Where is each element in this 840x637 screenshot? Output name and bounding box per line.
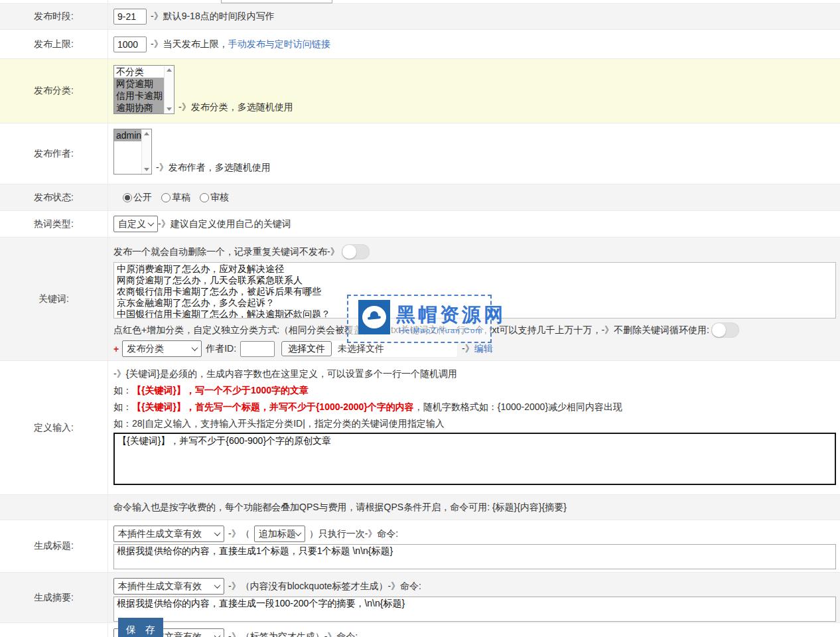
add-category-button[interactable]: + — [113, 344, 119, 354]
example-prefix: 如： — [113, 385, 132, 397]
watermark-title: 黑帽资源网 — [396, 302, 506, 328]
category-option[interactable]: 逾期协商 — [114, 102, 164, 113]
listbox-scrollbar[interactable] — [164, 66, 173, 113]
scroll-down-icon[interactable] — [144, 168, 149, 171]
watermark-subtitle: HeiMaoZiYuan.Com — [399, 326, 483, 334]
publish-limit-hint: -》当天发布上限， — [151, 38, 228, 50]
example2-text: 【{关键词}】，首先写一个标题，并写不少于{1000-2000}个字的内容 — [132, 401, 414, 413]
row-define-input: 定义输入: -》{关键词}是必须的，生成内容字数也在这里定义，可以设置多个一行一… — [0, 360, 840, 494]
radio-review[interactable]: 审核 — [200, 192, 229, 204]
row-generate-title: 生成标题: 本插件生成文章有效 -》（ 追加标题 ）只执行一次-》命令: 根据我… — [0, 520, 840, 572]
publish-limit-label: 发布上限: — [0, 30, 108, 58]
title-mid2-text: ）只执行一次-》命令: — [309, 528, 399, 540]
example-prefix: 如： — [113, 418, 132, 430]
category-option[interactable]: 信用卡逾期 — [114, 90, 164, 102]
row-publish-time: 发布时段: -》默认9-18点的时间段内写作 — [0, 3, 840, 29]
author-option[interactable]: admin — [114, 129, 141, 141]
example-prefix: 如： — [113, 401, 132, 413]
example3-text: 28|自定义输入，支持输入开头指定分类ID|，指定分类的关键词使用指定输入 — [132, 418, 445, 430]
publish-status-label: 发布状态: — [0, 184, 108, 210]
auto-delete-text: 发布一个就会自动删除一个，记录重复关键词不发布-》 — [113, 246, 340, 258]
choose-file-button[interactable]: 选择文件 — [281, 341, 332, 356]
title-append-select[interactable]: 追加标题 — [254, 526, 305, 542]
heimao-logo-icon — [358, 300, 390, 334]
publish-author-label: 发布作者: — [0, 123, 108, 184]
watermark-overlay: 黑帽资源网 HeiMaoZiYuan.Com — [347, 295, 492, 343]
publish-status-radio-group: 公开 草稿 审核 — [123, 192, 229, 204]
generate-summary-textarea[interactable]: 根据我提供给你的内容，直接生成一段100-200个字的摘要，\n\n{标题} — [113, 597, 836, 622]
chevron-down-icon — [295, 530, 301, 536]
manual-publish-link[interactable]: 手动发布与定时访问链接 — [228, 38, 330, 50]
title-mode-select[interactable]: 本插件生成文章有效 — [113, 526, 224, 542]
generate-title-textarea[interactable]: 根据我提供给你的内容，直接生成1个标题，只要1个标题 \n\n{标题} — [113, 544, 836, 569]
publish-time-label: 发布时段: — [0, 4, 108, 29]
summary-mode-value: 本插件生成文章有效 — [118, 581, 202, 593]
radio-draft[interactable]: 草稿 — [161, 192, 190, 204]
publish-limit-input[interactable] — [113, 36, 147, 52]
generate-title-label: 生成标题: — [0, 520, 108, 572]
title-mode-value: 本插件生成文章有效 — [118, 528, 202, 540]
category-option[interactable]: 网贷逾期 — [114, 78, 164, 90]
publish-time-hint: -》默认9-18点的时间段内写作 — [151, 11, 275, 23]
radio-public-label: 公开 — [133, 192, 152, 204]
chevron-down-icon — [148, 220, 155, 226]
hat-icon — [368, 311, 381, 320]
keyword-category-select[interactable]: 发布分类 — [122, 340, 202, 357]
title-append-value: 追加标题 — [259, 528, 296, 540]
chevron-down-icon — [214, 582, 221, 589]
row-publish-category: 发布分类: 不分类 网贷逾期 信用卡逾期 逾期协商 -》发布分类，多选随机使用 — [0, 58, 840, 123]
author-id-input[interactable] — [240, 341, 275, 357]
example1-text: 【{关键词}】，写一个不少于1000字的文章 — [132, 385, 309, 397]
category-listbox[interactable]: 不分类 网贷逾期 信用卡逾期 逾期协商 — [113, 65, 175, 114]
file-status-text: 未选择文件 — [338, 343, 384, 355]
define-input-label: 定义输入: — [0, 361, 108, 494]
row-hotword-type: 热词类型: 自定义 -》建议自定义使用自己的关键词 — [0, 210, 840, 237]
row-billing-note: 命令输入也是按字收费的，每个功能都会叠加QPS与费用，请根据QPS条件开启，命令… — [0, 494, 840, 520]
example2-tail: ，随机字数格式如：{1000-2000}减少相同内容出现 — [414, 401, 622, 413]
summary-mid-text: -》（内容没有blockquote标签才生成）-》命令: — [228, 581, 421, 593]
publish-category-label: 发布分类: — [0, 59, 108, 123]
cutoff-row-top — [0, 0, 840, 3]
auto-delete-toggle[interactable] — [342, 244, 370, 259]
billing-note-text: 命令输入也是按字收费的，每个功能都会叠加QPS与费用，请根据QPS条件开启，命令… — [113, 502, 567, 514]
publish-category-hint: -》发布分类，多选随机使用 — [178, 102, 293, 113]
row-publish-status: 发布状态: 公开 草稿 审核 — [0, 184, 840, 210]
save-button[interactable]: 保 存 — [118, 618, 163, 637]
keywords-label: 关键词: — [0, 238, 108, 360]
hotword-type-hint: -》建议自定义使用自己的关键词 — [158, 218, 291, 230]
radio-unchecked-icon[interactable] — [200, 193, 209, 202]
row-publish-limit: 发布上限: -》当天发布上限， 手动发布与定时访问链接 — [0, 29, 840, 58]
edit-arrow-text: -》 — [462, 343, 474, 355]
author-listbox[interactable]: admin — [113, 129, 152, 175]
scroll-up-icon[interactable] — [167, 68, 172, 72]
plugin-settings-page: 发布时段: -》默认9-18点的时间段内写作 发布上限: -》当天发布上限， 手… — [0, 0, 840, 637]
publish-author-hint: -》发布作者，多选随机使用 — [156, 162, 271, 174]
author-id-label: 作者ID: — [206, 343, 236, 355]
chevron-down-icon — [214, 632, 221, 637]
chevron-down-icon — [214, 530, 221, 536]
hotword-type-select[interactable]: 自定义 — [113, 216, 158, 232]
hotword-type-value: 自定义 — [118, 218, 146, 230]
radio-checked-icon[interactable] — [123, 193, 132, 202]
scroll-up-icon[interactable] — [144, 132, 149, 135]
publish-time-input[interactable] — [113, 9, 147, 25]
keyword-category-value: 发布分类 — [127, 343, 164, 355]
listbox-scrollbar[interactable] — [141, 130, 151, 173]
radio-public[interactable]: 公开 — [123, 192, 152, 204]
define-input-textarea[interactable]: 【{关键词}】，并写不少于{600-900}个字的原创文章 — [113, 433, 836, 485]
hotword-type-label: 热词类型: — [0, 211, 108, 237]
generate-summary-label: 生成摘要: — [0, 573, 108, 622]
tags-mid-text: -》（标签为空才生成）-》命令: — [228, 631, 358, 637]
row-publish-author: 发布作者: admin -》发布作者，多选随机使用 — [0, 123, 840, 184]
edit-link[interactable]: 编辑 — [474, 343, 493, 355]
cutoff-input-remnant — [221, 0, 332, 3]
chevron-down-icon — [192, 344, 198, 351]
keyword-loop-toggle[interactable] — [711, 322, 739, 338]
scroll-down-icon[interactable] — [167, 107, 172, 111]
radio-unchecked-icon[interactable] — [161, 193, 171, 202]
radio-review-label: 审核 — [210, 192, 229, 204]
radio-draft-label: 草稿 — [172, 192, 190, 204]
category-option[interactable]: 不分类 — [114, 66, 164, 78]
summary-mode-select[interactable]: 本插件生成文章有效 — [113, 578, 224, 595]
define-line1: -》{关键词}是必须的，生成内容字数也在这里定义，可以设置多个一行一个随机调用 — [113, 368, 457, 380]
